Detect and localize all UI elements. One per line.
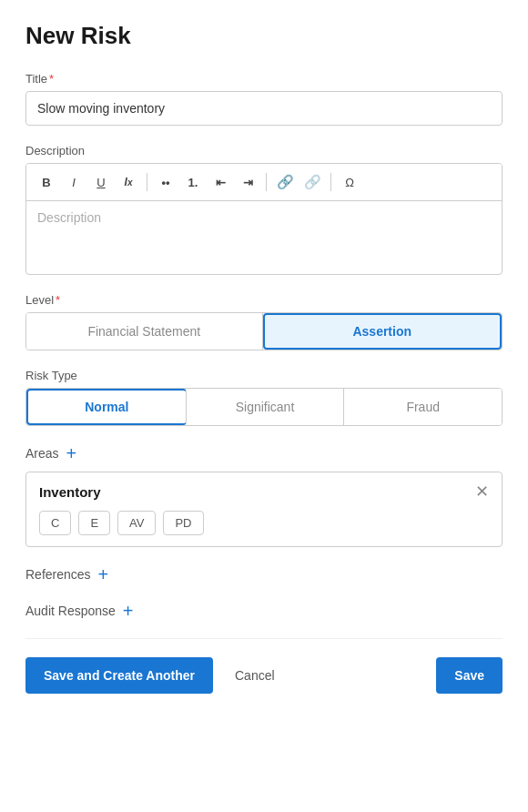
area-tag-pd[interactable]: PD bbox=[163, 511, 203, 535]
description-body[interactable]: Description bbox=[26, 201, 502, 274]
title-label: Title* bbox=[25, 72, 503, 86]
risk-type-normal[interactable]: Normal bbox=[26, 389, 187, 425]
footer-right: Save bbox=[436, 657, 503, 694]
cancel-button[interactable]: Cancel bbox=[228, 657, 282, 694]
area-tags: C E AV PD bbox=[39, 511, 489, 535]
italic-button[interactable]: I bbox=[61, 169, 86, 195]
level-tab-group: Financial Statement Assertion bbox=[25, 312, 503, 350]
form-footer: Save and Create Another Cancel Save bbox=[25, 638, 503, 694]
title-input[interactable] bbox=[25, 91, 503, 126]
add-audit-response-button[interactable]: + bbox=[123, 602, 134, 620]
area-card-title: Inventory bbox=[39, 484, 101, 500]
level-label: Level* bbox=[25, 293, 503, 307]
add-reference-button[interactable]: + bbox=[98, 565, 109, 584]
link-button[interactable]: 🔗 bbox=[272, 169, 298, 195]
area-card: Inventory ✕ C E AV PD bbox=[25, 472, 503, 547]
risk-type-significant[interactable]: Significant bbox=[187, 389, 345, 425]
indent-less-button[interactable]: ⇤ bbox=[208, 169, 233, 195]
area-tag-c[interactable]: C bbox=[39, 511, 71, 535]
risk-type-fraud[interactable]: Fraud bbox=[344, 389, 502, 425]
save-button[interactable]: Save bbox=[436, 657, 503, 694]
title-field-group: Title* bbox=[25, 72, 503, 126]
area-tag-e[interactable]: E bbox=[78, 511, 110, 535]
clear-format-button[interactable]: Ix bbox=[116, 169, 141, 195]
area-tag-av[interactable]: AV bbox=[117, 511, 156, 535]
toolbar-divider-3 bbox=[330, 173, 331, 191]
save-and-create-another-button[interactable]: Save and Create Another bbox=[25, 657, 213, 694]
toolbar-divider-2 bbox=[266, 173, 267, 191]
page-title: New Risk bbox=[25, 22, 503, 50]
level-required-star: * bbox=[56, 293, 60, 307]
areas-label: Areas bbox=[25, 446, 59, 461]
unlink-button[interactable]: 🔗 bbox=[300, 169, 325, 195]
tab-assertion[interactable]: Assertion bbox=[263, 313, 503, 350]
level-field-group: Level* Financial Statement Assertion bbox=[25, 293, 503, 350]
bullet-list-button[interactable]: •• bbox=[153, 169, 178, 195]
audit-response-label: Audit Response bbox=[25, 604, 116, 618]
risk-type-field-group: Risk Type Normal Significant Fraud bbox=[25, 369, 503, 426]
references-label: References bbox=[25, 567, 91, 582]
bold-button[interactable]: B bbox=[34, 169, 59, 195]
underline-button[interactable]: U bbox=[88, 169, 114, 195]
description-editor[interactable]: B I U Ix •• 1. ⇤ ⇥ 🔗 🔗 Ω Description bbox=[25, 163, 503, 275]
add-area-button[interactable]: + bbox=[66, 444, 77, 462]
area-close-button[interactable]: ✕ bbox=[475, 483, 489, 500]
audit-response-header: Audit Response + bbox=[25, 602, 503, 620]
omega-button[interactable]: Ω bbox=[337, 169, 362, 195]
description-field-group: Description B I U Ix •• 1. ⇤ ⇥ 🔗 🔗 Ω Des… bbox=[25, 144, 503, 275]
toolbar-divider-1 bbox=[147, 173, 147, 191]
references-header: References + bbox=[25, 565, 503, 584]
risk-type-tab-group: Normal Significant Fraud bbox=[25, 388, 503, 426]
areas-section: Areas + Inventory ✕ C E AV PD bbox=[25, 444, 503, 547]
risk-type-label: Risk Type bbox=[25, 369, 503, 382]
tab-financial-statement[interactable]: Financial Statement bbox=[26, 313, 263, 350]
references-section: References + bbox=[25, 565, 503, 584]
editor-toolbar: B I U Ix •• 1. ⇤ ⇥ 🔗 🔗 Ω bbox=[26, 164, 502, 201]
audit-response-section: Audit Response + bbox=[25, 602, 503, 620]
required-star: * bbox=[49, 72, 54, 86]
indent-more-button[interactable]: ⇥ bbox=[235, 169, 260, 195]
area-card-header: Inventory ✕ bbox=[39, 483, 489, 500]
areas-header: Areas + bbox=[25, 444, 503, 462]
description-placeholder: Description bbox=[37, 210, 101, 225]
ordered-list-button[interactable]: 1. bbox=[180, 169, 206, 195]
description-label: Description bbox=[25, 144, 503, 157]
